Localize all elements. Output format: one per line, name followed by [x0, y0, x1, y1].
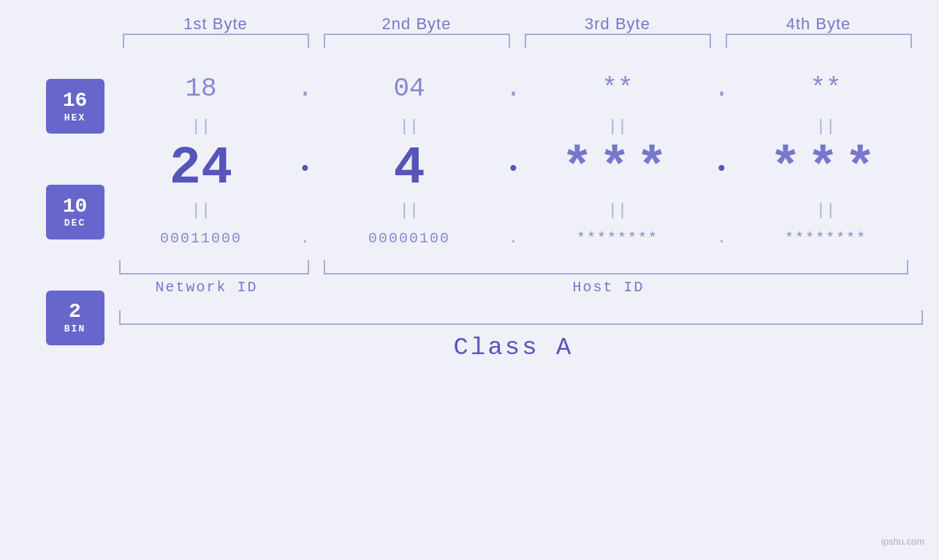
byte-label-4: 4th Byte: [718, 15, 919, 34]
eq2-3: ||: [528, 199, 707, 223]
badges-column: 16 HEX 10 DEC 2 BIN: [39, 63, 112, 361]
bin-sep-3: .: [707, 230, 737, 247]
bracket-1: [123, 34, 309, 48]
dec-badge: 10 DEC: [46, 185, 104, 239]
hex-cell-3: **: [528, 63, 707, 115]
network-id-label: Network ID: [112, 279, 302, 296]
bracket-3: [525, 34, 711, 48]
bin-cell-1: 00011000: [112, 223, 291, 254]
hex-sep-2: .: [499, 74, 528, 104]
bin-cell-4: ********: [737, 223, 916, 254]
dec-badge-number: 10: [63, 196, 88, 218]
dec-cell-3: ***: [528, 139, 707, 199]
class-row: Class A: [112, 334, 916, 361]
hex-badge-number: 16: [63, 90, 88, 112]
hex-cell-2: 04: [320, 63, 499, 115]
network-id-bracket: [119, 260, 309, 275]
eq2-4: ||: [737, 199, 916, 223]
hex-badge-label: HEX: [64, 112, 85, 123]
hex-cell-4: **: [737, 63, 916, 115]
dec-cell-2: 4: [320, 139, 499, 199]
eq1-2: ||: [320, 115, 499, 139]
bin-badge-number: 2: [69, 301, 81, 323]
bin-badge-wrapper: 2 BIN: [39, 277, 112, 358]
dec-sep-2: •: [499, 158, 528, 180]
bracket-row-top: [115, 34, 919, 48]
equals-row-2: || || || ||: [112, 199, 916, 223]
bin-cell-2: 00000100: [320, 223, 499, 254]
byte-label-3: 3rd Byte: [517, 15, 718, 34]
hex-data-row: 18 . 04 . ** . **: [112, 63, 916, 115]
full-bottom-bracket: [119, 310, 923, 325]
bracket-2: [324, 34, 510, 48]
watermark: ipshu.com: [881, 536, 924, 547]
host-id-bracket: [324, 260, 908, 275]
dec-sep-3: •: [707, 158, 737, 180]
class-label: Class A: [454, 334, 574, 361]
hex-sep-1: .: [291, 74, 320, 104]
dec-data-row: 24 • 4 • *** • ***: [112, 139, 916, 199]
id-label-row: Network ID Host ID: [112, 279, 916, 296]
main-container: 1st Byte 2nd Byte 3rd Byte 4th Byte 16 H…: [0, 0, 939, 560]
equals-row-1: || || || ||: [112, 115, 916, 139]
dec-badge-label: DEC: [64, 218, 85, 229]
bin-badge-label: BIN: [64, 323, 85, 334]
eq1-1: ||: [112, 115, 291, 139]
bin-data-row: 00011000 . 00000100 . ******** . *******…: [112, 223, 916, 254]
bracket-4: [726, 34, 912, 48]
hex-badge: 16 HEX: [46, 79, 104, 134]
bin-sep-1: .: [291, 230, 320, 247]
eq2-1: ||: [112, 199, 291, 223]
hex-sep-3: .: [707, 74, 737, 104]
bin-sep-2: .: [499, 230, 528, 247]
bin-badge: 2 BIN: [46, 291, 104, 345]
hex-cell-1: 18: [112, 63, 291, 115]
eq2-2: ||: [320, 199, 499, 223]
eq1-4: ||: [737, 115, 916, 139]
host-id-label: Host ID: [302, 279, 916, 296]
byte-label-2: 2nd Byte: [316, 15, 517, 34]
dec-cell-1: 24: [112, 139, 291, 199]
bottom-bracket-row: [112, 260, 916, 275]
rows-wrapper: 16 HEX 10 DEC 2 BIN 18: [39, 63, 916, 361]
dec-cell-4: ***: [737, 139, 916, 199]
byte-label-1: 1st Byte: [115, 15, 316, 34]
header-row: 1st Byte 2nd Byte 3rd Byte 4th Byte: [115, 15, 919, 34]
data-column: 18 . 04 . ** . ** || || || || 24: [112, 63, 916, 361]
dec-sep-1: •: [291, 158, 320, 180]
dec-badge-wrapper: 10 DEC: [39, 153, 112, 270]
bin-cell-3: ********: [528, 223, 707, 254]
eq1-3: ||: [528, 115, 707, 139]
hex-badge-wrapper: 16 HEX: [39, 66, 112, 147]
